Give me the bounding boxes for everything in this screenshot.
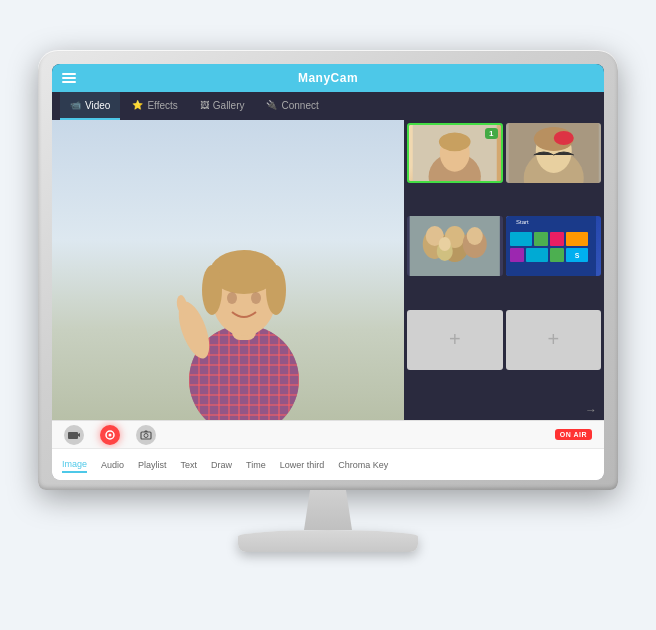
svg-rect-36 <box>550 232 564 246</box>
monitor-screen: ManyCam 📹 Video ⭐ Effects 🖼 Gallery <box>52 64 604 480</box>
app-nav: 📹 Video ⭐ Effects 🖼 Gallery 🔌 Connect <box>52 92 604 120</box>
thumb-badge-1: 1 <box>485 128 497 139</box>
bottom-tab-image[interactable]: Image <box>62 457 87 473</box>
thumb-cell-3[interactable] <box>407 216 503 276</box>
bottom-tab-text[interactable]: Text <box>181 458 198 472</box>
svg-point-47 <box>109 433 112 436</box>
svg-rect-37 <box>566 232 588 246</box>
svg-rect-40 <box>550 248 564 262</box>
app-topbar: ManyCam <box>52 64 604 92</box>
app-title: ManyCam <box>298 71 358 85</box>
svg-point-8 <box>251 292 261 304</box>
bottom-tab-chroma-key[interactable]: Chroma Key <box>338 458 388 472</box>
monitor-bezel: ManyCam 📹 Video ⭐ Effects 🖼 Gallery <box>38 50 618 490</box>
tab-connect[interactable]: 🔌 Connect <box>256 92 328 120</box>
thumb-cell-empty-1[interactable]: + <box>407 310 503 370</box>
person-svg <box>164 210 324 420</box>
bottom-tab-draw[interactable]: Draw <box>211 458 232 472</box>
monitor: ManyCam 📹 Video ⭐ Effects 🖼 Gallery <box>38 50 618 580</box>
thumb-cell-2[interactable] <box>506 123 602 183</box>
svg-point-49 <box>144 433 148 437</box>
svg-point-32 <box>439 237 451 251</box>
add-source-icon-1[interactable]: + <box>449 328 461 351</box>
svg-text:Start: Start <box>516 219 529 225</box>
thumb-cell-1[interactable]: 1 <box>407 123 503 183</box>
thumb-photo-3-bg: Start <box>506 216 602 276</box>
thumb-cell-empty-2[interactable]: + <box>506 310 602 370</box>
add-source-icon-2[interactable]: + <box>547 328 559 351</box>
tab-gallery-label: Gallery <box>213 100 245 111</box>
app-bottom: ON AIR Image Audio Playlist Text Draw Ti… <box>52 420 604 480</box>
on-air-badge: ON AIR <box>555 429 592 440</box>
svg-text:S: S <box>574 252 579 259</box>
tab-effects[interactable]: ⭐ Effects <box>122 92 187 120</box>
svg-rect-34 <box>510 232 532 246</box>
next-arrow[interactable]: → <box>407 403 601 417</box>
bottom-tabs-row: Image Audio Playlist Text Draw Time Lowe… <box>52 448 604 480</box>
svg-point-30 <box>467 227 483 245</box>
svg-rect-38 <box>510 248 524 262</box>
thumbnail-grid: 1 <box>407 123 601 400</box>
tab-video[interactable]: 📹 Video <box>60 92 120 120</box>
bottom-tab-playlist[interactable]: Playlist <box>138 458 167 472</box>
svg-point-17 <box>439 132 471 151</box>
tab-effects-label: Effects <box>147 100 177 111</box>
bottom-tab-lower-third[interactable]: Lower third <box>280 458 325 472</box>
monitor-neck <box>298 490 358 530</box>
bottom-tab-audio[interactable]: Audio <box>101 458 124 472</box>
screenshot-button[interactable] <box>136 425 156 445</box>
svg-point-6 <box>266 265 286 315</box>
svg-point-7 <box>227 292 237 304</box>
controls-row: ON AIR <box>52 420 604 448</box>
camera-button[interactable] <box>64 425 84 445</box>
tab-gallery[interactable]: 🖼 Gallery <box>190 92 255 120</box>
bottom-tab-time[interactable]: Time <box>246 458 266 472</box>
tab-connect-label: Connect <box>281 100 318 111</box>
svg-rect-35 <box>534 232 548 246</box>
main-video-area <box>52 120 404 420</box>
broadcast-button[interactable] <box>100 425 120 445</box>
scene: ManyCam 📹 Video ⭐ Effects 🖼 Gallery <box>0 0 656 630</box>
svg-point-22 <box>553 131 573 145</box>
svg-marker-45 <box>78 433 80 437</box>
thumb-cell-4[interactable]: Start <box>506 216 602 276</box>
app-content: 1 <box>52 120 604 420</box>
svg-rect-44 <box>68 432 78 439</box>
hamburger-icon[interactable] <box>62 73 76 83</box>
svg-point-5 <box>202 265 222 315</box>
main-video-feed <box>52 120 404 420</box>
svg-rect-39 <box>526 248 548 262</box>
monitor-base <box>238 530 418 552</box>
right-panel: 1 <box>404 120 604 420</box>
tab-video-label: Video <box>85 100 110 111</box>
